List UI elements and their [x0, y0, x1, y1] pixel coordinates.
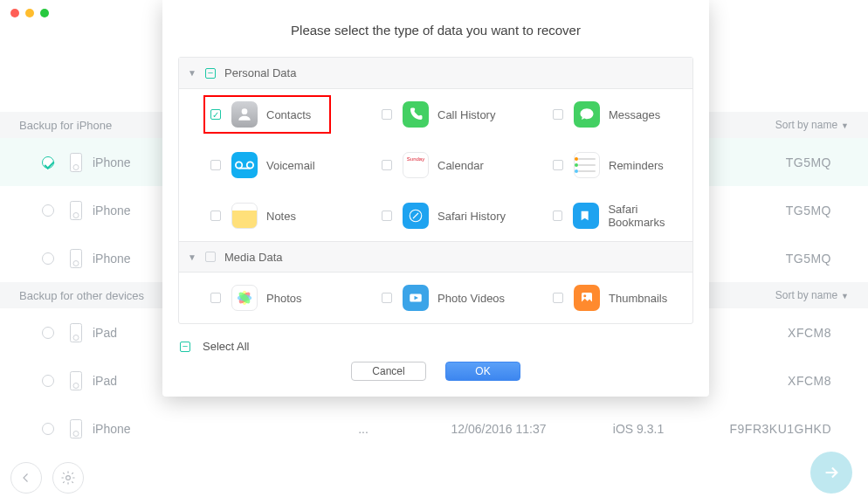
radio-icon[interactable]	[42, 375, 54, 387]
bookmark-icon	[573, 203, 599, 229]
item-thumbnails[interactable]: ✓ Thumbnails	[521, 273, 692, 323]
checkbox-icon[interactable]: ✓	[210, 293, 221, 303]
media-items-grid: ✓ Photos ✓ Photo Videos ✓ Thumbnails	[179, 273, 692, 323]
checkbox-icon[interactable]: ✓	[210, 211, 221, 221]
select-all-row[interactable]: − Select All	[162, 324, 709, 360]
ok-button[interactable]: OK	[445, 362, 520, 381]
checkbox-icon[interactable]: ✓	[382, 160, 392, 170]
voicemail-icon	[231, 152, 258, 178]
cancel-button[interactable]: Cancel	[351, 362, 426, 381]
item-contacts[interactable]: ✓ Contacts	[179, 89, 350, 140]
radio-icon[interactable]	[42, 327, 54, 339]
item-reminders[interactable]: ✓ Reminders	[521, 140, 692, 190]
item-label: Notes	[266, 210, 296, 223]
checkbox-icon[interactable]: ✓	[553, 109, 563, 120]
item-label: Photo Videos	[437, 292, 505, 305]
iphone-device-icon	[70, 201, 82, 220]
radio-icon[interactable]	[42, 204, 54, 217]
notes-icon	[231, 203, 258, 229]
item-safarihistory[interactable]: ✓ Safari History	[350, 190, 521, 241]
group-header-media[interactable]: ▼ − Media Data	[179, 241, 692, 273]
personal-items-grid: ✓ Contacts ✓ Call History ✓ Messages	[179, 89, 692, 241]
ipad-device-icon	[70, 371, 82, 390]
device-id: F9FR3KU1GHKD	[695, 422, 849, 436]
svg-point-1	[242, 108, 248, 114]
item-photos[interactable]: ✓ Photos	[179, 273, 350, 323]
group-checkbox-indeterminate[interactable]: −	[205, 68, 216, 79]
checkbox-icon[interactable]: ✓	[382, 211, 392, 221]
svg-point-0	[66, 476, 71, 480]
safari-icon	[403, 203, 429, 229]
group-header-personal[interactable]: ▼ − Personal Data	[179, 58, 692, 89]
item-label: Thumbnails	[609, 292, 667, 305]
back-button[interactable]	[10, 462, 42, 494]
photo-videos-icon	[403, 285, 429, 311]
minimize-window-icon[interactable]	[25, 9, 34, 17]
radio-selected-icon[interactable]	[42, 156, 54, 169]
iphone-device-icon	[70, 419, 82, 438]
ipad-device-icon	[70, 323, 82, 342]
window-controls	[10, 9, 49, 17]
messages-icon	[574, 101, 600, 128]
zoom-window-icon[interactable]	[40, 9, 49, 17]
select-all-checkbox[interactable]: −	[180, 342, 190, 352]
thumbnails-icon	[574, 285, 600, 311]
gear-icon	[60, 470, 76, 486]
item-callhistory[interactable]: ✓ Call History	[350, 89, 521, 140]
svg-point-11	[583, 294, 586, 297]
section-label: Backup for iPhone	[19, 119, 112, 132]
close-window-icon[interactable]	[10, 9, 19, 17]
checkbox-icon[interactable]: ✓	[210, 160, 221, 170]
sort-button[interactable]: Sort by name▼	[775, 119, 849, 131]
item-label: Reminders	[609, 159, 664, 172]
checkbox-icon[interactable]: ✓	[553, 160, 563, 170]
item-label: Call History	[437, 108, 495, 121]
sort-button[interactable]: Sort by name▼	[775, 289, 849, 301]
iphone-device-icon	[70, 249, 82, 268]
item-calendar[interactable]: ✓ Sunday 3 Calendar	[350, 140, 521, 190]
row-ios: iOS 9.3.1	[582, 422, 695, 436]
settings-button[interactable]	[52, 462, 84, 494]
triangle-down-icon: ▼	[188, 68, 200, 78]
checkbox-checked-icon[interactable]: ✓	[210, 109, 221, 120]
photos-icon	[231, 285, 258, 311]
item-messages[interactable]: ✓ Messages	[521, 89, 692, 140]
contacts-icon	[231, 101, 258, 128]
list-item[interactable]: iPhone ... 12/06/2016 11:37 iOS 9.3.1 F9…	[0, 404, 868, 452]
item-safaribookmarks[interactable]: ✓ Safari Bookmarks	[521, 190, 692, 241]
select-all-label: Select All	[203, 340, 249, 353]
calendar-icon: Sunday 3	[403, 152, 429, 178]
item-label: Safari Bookmarks	[608, 203, 692, 229]
item-photovideos[interactable]: ✓ Photo Videos	[350, 273, 521, 323]
item-label: Calendar	[437, 159, 484, 172]
svg-point-2	[236, 162, 242, 168]
checkbox-icon[interactable]: ✓	[382, 293, 392, 303]
group-checkbox[interactable]: −	[205, 252, 216, 262]
item-label: Photos	[266, 292, 301, 305]
phone-icon	[403, 101, 429, 128]
checkbox-icon[interactable]: ✓	[382, 109, 392, 120]
item-label: Messages	[609, 108, 660, 121]
group-label: Media Data	[224, 251, 282, 264]
checkbox-icon[interactable]: ✓	[553, 293, 563, 303]
proceed-button[interactable]	[810, 452, 852, 494]
bottom-toolbar	[10, 462, 84, 494]
row-cell: ...	[311, 422, 416, 436]
arrow-left-icon	[18, 470, 34, 486]
chevron-down-icon: ▼	[841, 121, 849, 130]
item-label: Contacts	[266, 108, 311, 121]
row-date: 12/06/2016 11:37	[416, 422, 582, 436]
chevron-down-icon: ▼	[841, 292, 849, 300]
reminders-icon	[574, 152, 600, 178]
checkbox-icon[interactable]: ✓	[553, 211, 562, 221]
item-voicemail[interactable]: ✓ Voicemail	[179, 140, 350, 190]
item-notes[interactable]: ✓ Notes	[179, 190, 350, 241]
group-label: Personal Data	[224, 66, 296, 79]
data-type-groups: ▼ − Personal Data ✓ Contacts ✓ Call Hist…	[178, 57, 693, 324]
radio-icon[interactable]	[42, 423, 54, 435]
item-label: Voicemail	[266, 159, 315, 172]
radio-icon[interactable]	[42, 252, 54, 265]
svg-point-3	[247, 162, 253, 168]
triangle-down-icon: ▼	[188, 252, 200, 262]
arrow-right-icon	[822, 463, 841, 482]
